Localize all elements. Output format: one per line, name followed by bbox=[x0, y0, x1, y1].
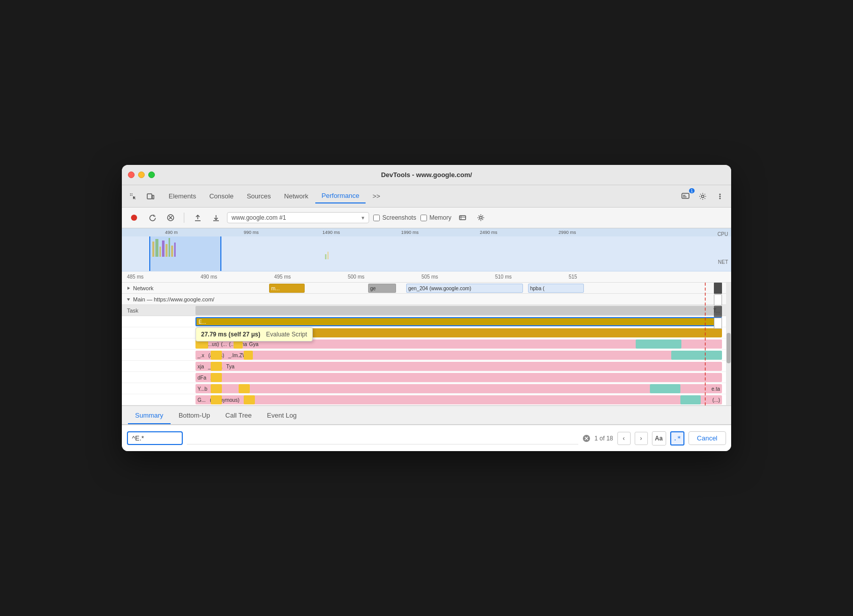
tooltip: 27.79 ms (self 27 μs) Evaluate Script bbox=[195, 327, 313, 341]
row1-label2: (... bbox=[221, 341, 227, 347]
svg-rect-0 bbox=[130, 193, 131, 194]
maximize-button[interactable] bbox=[148, 172, 155, 178]
tab-summary[interactable]: Summary bbox=[128, 407, 171, 424]
tab-elements[interactable]: Elements bbox=[162, 189, 202, 203]
clear-button[interactable] bbox=[163, 211, 178, 225]
screenshots-checkbox[interactable] bbox=[373, 215, 380, 221]
network-block-hpba[interactable]: hpba ( bbox=[528, 284, 584, 293]
search-regex-button[interactable]: .* bbox=[670, 431, 684, 446]
task-block[interactable]: T... bbox=[195, 306, 722, 315]
tab-sources[interactable]: Sources bbox=[241, 189, 277, 203]
row6-blocks: G... (anonymous) (...) bbox=[195, 395, 722, 404]
flame-row-2: _.x (an...s) _.lm.ZWa bbox=[122, 350, 731, 361]
svg-point-13 bbox=[131, 215, 137, 221]
search-prev-button[interactable]: ‹ bbox=[617, 432, 631, 445]
messages-icon[interactable]: 1 bbox=[678, 189, 693, 203]
memory-checkbox[interactable] bbox=[420, 215, 427, 221]
toolbar-divider-1 bbox=[184, 213, 184, 223]
tab-more[interactable]: >> bbox=[367, 189, 386, 203]
tab-bottom-up[interactable]: Bottom-Up bbox=[172, 407, 217, 424]
timeline-minimap: 490 m 990 ms 1490 ms 1990 ms 2490 ms 299… bbox=[122, 228, 731, 271]
performance-toolbar: www.google.com #1 ▾ Screenshots Memory bbox=[122, 208, 731, 228]
yellow-row4[interactable] bbox=[211, 373, 222, 382]
svg-point-11 bbox=[719, 195, 721, 197]
teal-row5[interactable] bbox=[650, 384, 680, 393]
url-bar[interactable]: www.google.com #1 ▾ bbox=[227, 212, 369, 223]
search-input-wrapper[interactable] bbox=[127, 431, 183, 445]
memory-checkbox-label[interactable]: Memory bbox=[420, 214, 451, 221]
window-title: DevTools - www.google.com/ bbox=[381, 171, 472, 179]
upload-button[interactable] bbox=[190, 211, 205, 225]
yellow-row3[interactable] bbox=[211, 362, 222, 371]
yellow-row6b[interactable] bbox=[244, 395, 255, 404]
vertical-scrollbar[interactable] bbox=[726, 283, 731, 405]
yellow-row6[interactable] bbox=[211, 395, 222, 404]
close-button[interactable] bbox=[128, 172, 135, 178]
svg-marker-34 bbox=[127, 287, 130, 290]
tab-performance[interactable]: Performance bbox=[315, 189, 365, 203]
network-block-gen204[interactable]: gen_204 (www.google.com) bbox=[406, 284, 523, 293]
memory-label: Memory bbox=[430, 214, 451, 221]
capture-settings-button[interactable] bbox=[455, 211, 470, 225]
device-toggle-icon[interactable] bbox=[143, 189, 157, 203]
svg-rect-5 bbox=[152, 195, 154, 199]
teal-row6[interactable] bbox=[680, 395, 701, 404]
search-match-case-button[interactable]: Aa bbox=[652, 431, 666, 446]
network-block-ge[interactable]: ge bbox=[368, 284, 396, 293]
search-next-button[interactable]: › bbox=[635, 432, 648, 445]
teal-block-row1[interactable] bbox=[636, 339, 681, 349]
download-button[interactable] bbox=[209, 211, 223, 225]
reload-button[interactable] bbox=[145, 211, 159, 225]
search-results-info: 1 of 18 bbox=[595, 435, 613, 442]
scrollbar-thumb[interactable] bbox=[727, 333, 731, 363]
message-badge: 1 bbox=[689, 188, 695, 193]
yellow-row2[interactable] bbox=[211, 351, 222, 360]
svg-point-10 bbox=[719, 193, 721, 195]
tooltip-label: Evaluate Script bbox=[266, 331, 307, 338]
search-input[interactable] bbox=[132, 434, 173, 442]
network-row: Network m... ge gen_204 (www.google.com)… bbox=[122, 283, 731, 294]
svg-rect-3 bbox=[132, 195, 133, 196]
search-main-input[interactable] bbox=[187, 432, 578, 444]
svg-point-20 bbox=[480, 217, 482, 219]
tab-event-log[interactable]: Event Log bbox=[260, 407, 304, 424]
overview-mark-5: 2490 ms bbox=[480, 230, 498, 235]
flame-row-6: G... (anonymous) (...) bbox=[122, 394, 731, 405]
more-options-icon[interactable] bbox=[713, 189, 727, 203]
row2-label1: _.x bbox=[198, 353, 204, 358]
main-row-header: Main — https://www.google.com/ bbox=[122, 294, 731, 305]
cursor-icon[interactable] bbox=[126, 189, 140, 203]
yellow-row5b[interactable] bbox=[239, 384, 250, 393]
minimize-button[interactable] bbox=[138, 172, 145, 178]
url-text: www.google.com #1 bbox=[232, 214, 286, 221]
screenshots-checkbox-label[interactable]: Screenshots bbox=[373, 214, 416, 221]
tab-network[interactable]: Network bbox=[278, 189, 315, 203]
ruler-mark-7: 515 bbox=[569, 274, 577, 280]
traffic-lights bbox=[128, 172, 155, 178]
flame-row-5: Y...b e.ta e.ta bbox=[122, 383, 731, 394]
evaluate-script-block[interactable]: E... bbox=[195, 317, 722, 326]
svg-rect-29 bbox=[150, 236, 221, 271]
yellow-row2b[interactable] bbox=[244, 351, 253, 360]
overview-mark-2: 990 ms bbox=[244, 230, 259, 235]
row5-label1: Y...b bbox=[198, 386, 207, 392]
tab-console[interactable]: Console bbox=[203, 189, 240, 203]
search-cancel-button[interactable]: Cancel bbox=[688, 431, 726, 445]
clear-search-button[interactable] bbox=[582, 434, 590, 442]
ruler-mark-1: 485 ms bbox=[127, 274, 144, 280]
url-dropdown-icon[interactable]: ▾ bbox=[362, 215, 365, 221]
yellow-row5[interactable] bbox=[211, 384, 222, 393]
flame-chart-area: Network m... ge gen_204 (www.google.com)… bbox=[122, 283, 731, 405]
toolbar-settings-button[interactable] bbox=[474, 211, 488, 225]
overview-mark-3: 1490 ms bbox=[322, 230, 340, 235]
row4-label1: dFa bbox=[198, 375, 206, 381]
tab-bar: Elements Console Sources Network Perform… bbox=[122, 185, 731, 208]
svg-point-9 bbox=[702, 195, 704, 197]
timeline-overview[interactable]: 490 m 990 ms 1490 ms 1990 ms 2490 ms 299… bbox=[122, 228, 731, 271]
settings-icon[interactable] bbox=[696, 189, 710, 203]
svg-rect-2 bbox=[130, 195, 131, 196]
record-button[interactable] bbox=[127, 211, 141, 225]
row3-label1: xja bbox=[198, 364, 204, 369]
network-block-m[interactable]: m... bbox=[269, 284, 305, 293]
tab-call-tree[interactable]: Call Tree bbox=[218, 407, 259, 424]
